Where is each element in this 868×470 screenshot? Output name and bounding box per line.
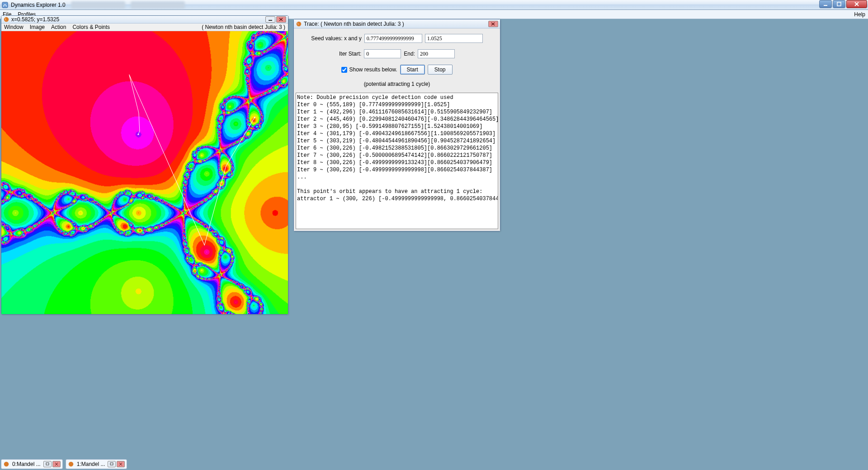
close-icon (54, 462, 59, 466)
fractal-window: x=0.5825; y=1.5325 Window Image Action C… (1, 15, 288, 315)
trace-close-button[interactable] (488, 21, 498, 27)
java-icon (3, 461, 9, 467)
fractal-context-label: ( Newton nth basin detect Julia: 3 ) (202, 24, 285, 30)
restore-icon (45, 462, 50, 466)
window-close-button[interactable] (846, 0, 867, 8)
close-icon (279, 18, 283, 21)
fractal-window-titlebar[interactable]: x=0.5825; y=1.5325 (1, 16, 288, 24)
java-icon (296, 21, 302, 27)
fractal-menubar: Window Image Action Colors & Points ( Ne… (1, 24, 288, 31)
status-line: (potential attracting 1 cycle) (298, 81, 495, 87)
menu-help[interactable]: Help (854, 11, 865, 18)
iter-start-input[interactable] (364, 49, 401, 58)
window-maximize-button[interactable] (833, 0, 845, 8)
show-results-checkbox[interactable] (341, 67, 347, 73)
close-icon (854, 2, 859, 6)
fractal-menu-action[interactable]: Action (51, 24, 66, 30)
blurred-tab-2 (131, 1, 185, 9)
app-title: Dynamics Explorer 1.0 (11, 2, 66, 8)
trace-window: Trace: ( Newton nth basin detect Julia: … (293, 19, 500, 231)
tray-item-1[interactable]: 1:Mandel ... (66, 459, 127, 469)
fractal-menu-colors[interactable]: Colors & Points (72, 24, 110, 30)
fractal-window-title: x=0.5825; y=1.5325 (11, 16, 59, 23)
fractal-menu-window[interactable]: Window (4, 24, 24, 30)
stop-button[interactable]: Stop (428, 65, 453, 75)
mdi-desktop: x=0.5825; y=1.5325 Window Image Action C… (0, 19, 868, 470)
trace-body: Seed values: x and y Iter Start: End: Sh… (294, 28, 500, 231)
svg-rect-19 (110, 463, 113, 465)
iconify-icon (268, 18, 273, 21)
fractal-close-button[interactable] (276, 16, 286, 23)
blurred-tab-1 (71, 1, 125, 9)
trace-window-title: Trace: ( Newton nth basin detect Julia: … (304, 21, 404, 27)
start-button[interactable]: Start (400, 65, 425, 75)
java-icon (68, 461, 74, 467)
iter-end-label: End: (404, 51, 415, 57)
restore-icon (109, 462, 114, 466)
fractal-canvas[interactable] (1, 31, 288, 314)
maximize-icon (837, 2, 841, 6)
app-icon (2, 2, 8, 8)
results-panel[interactable]: Note: Double precision cycle detection c… (296, 93, 498, 229)
fractal-canvas-area[interactable] (1, 31, 288, 314)
fractal-menu-image[interactable]: Image (30, 24, 45, 30)
seed-y-input[interactable] (425, 34, 483, 43)
tray-restore-button[interactable] (43, 461, 52, 467)
svg-rect-2 (837, 2, 841, 6)
window-minimize-button[interactable] (819, 0, 832, 8)
tray-restore-button[interactable] (108, 461, 116, 467)
svg-point-11 (297, 21, 302, 26)
minimize-icon (823, 2, 828, 6)
svg-point-5 (4, 17, 9, 22)
fractal-iconify-button[interactable] (265, 16, 275, 23)
tray-item-1-label: 1:Mandel ... (77, 461, 105, 467)
iter-start-label: Iter Start: (339, 51, 361, 57)
iter-end-input[interactable] (418, 49, 455, 58)
tray-close-button[interactable] (117, 461, 125, 467)
show-results-label[interactable]: Show results below. (349, 66, 397, 73)
svg-rect-0 (2, 2, 8, 7)
tray-item-0-label: 0:Mandel ... (12, 461, 41, 467)
seed-x-input[interactable] (364, 34, 422, 43)
tray-close-button[interactable] (52, 461, 61, 467)
svg-point-14 (4, 462, 9, 467)
svg-point-18 (68, 462, 73, 467)
close-icon (118, 462, 123, 466)
trace-window-titlebar[interactable]: Trace: ( Newton nth basin detect Julia: … (294, 19, 500, 28)
seed-label: Seed values: x and y (311, 35, 361, 42)
tray-item-0[interactable]: 0:Mandel ... (1, 459, 63, 469)
app-titlebar: Dynamics Explorer 1.0 (0, 0, 868, 10)
close-icon (491, 22, 495, 26)
java-icon (3, 16, 9, 23)
internal-frame-tray: 0:Mandel ... 1:Mandel ... (1, 459, 127, 469)
svg-rect-15 (46, 463, 49, 465)
